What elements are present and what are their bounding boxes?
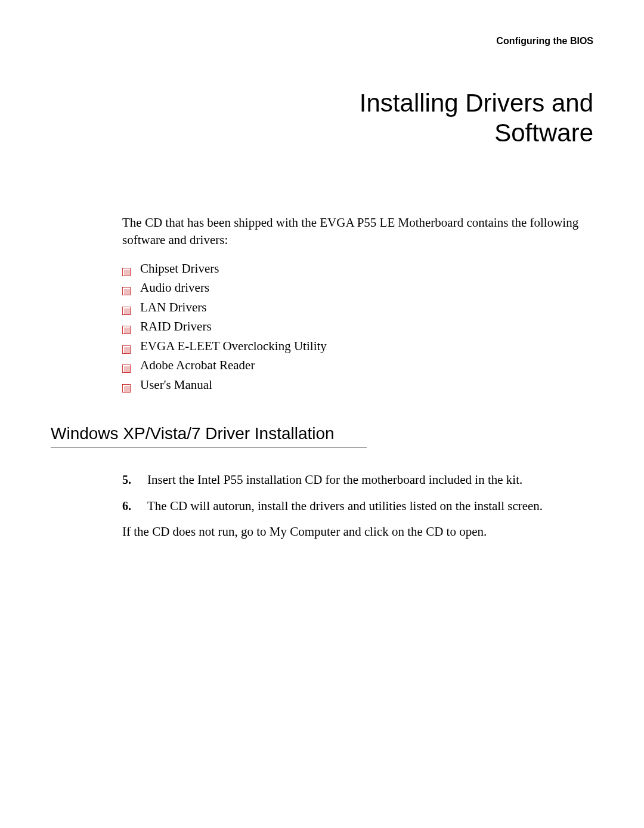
title-line-2: Software bbox=[494, 119, 593, 147]
list-item: Adobe Acrobat Reader bbox=[122, 356, 593, 375]
software-bullet-list: Chipset Drivers Audio drivers LAN Driver… bbox=[122, 259, 593, 395]
list-item: 5. Insert the Intel P55 installation CD … bbox=[122, 471, 593, 489]
svg-rect-3 bbox=[124, 289, 131, 295]
intro-paragraph: The CD that has been shipped with the EV… bbox=[122, 214, 593, 249]
list-item: LAN Drivers bbox=[122, 298, 593, 317]
list-item: 6. The CD will autorun, install the driv… bbox=[122, 498, 593, 515]
list-item-label: Adobe Acrobat Reader bbox=[140, 358, 255, 372]
header-breadcrumb: Configuring the BIOS bbox=[51, 36, 593, 47]
bullet-icon bbox=[122, 340, 131, 348]
svg-rect-7 bbox=[124, 328, 131, 334]
install-steps-list: 5. Insert the Intel P55 installation CD … bbox=[122, 471, 593, 515]
bullet-icon bbox=[122, 282, 131, 290]
bullet-icon bbox=[122, 379, 131, 387]
bullet-icon bbox=[122, 301, 131, 310]
title-line-1: Installing Drivers and bbox=[360, 89, 593, 117]
svg-rect-11 bbox=[124, 366, 131, 373]
page-title: Installing Drivers and Software bbox=[51, 88, 593, 149]
step-text: The CD will autorun, install the drivers… bbox=[147, 499, 543, 513]
list-item: RAID Drivers bbox=[122, 317, 593, 336]
page-container: Configuring the BIOS Installing Drivers … bbox=[0, 0, 644, 577]
list-item-label: EVGA E-LEET Overclocking Utility bbox=[140, 339, 327, 353]
list-item-label: RAID Drivers bbox=[140, 319, 212, 333]
closing-paragraph: If the CD does not run, go to My Compute… bbox=[122, 523, 593, 540]
list-item: User's Manual bbox=[122, 375, 593, 395]
list-item-label: Audio drivers bbox=[140, 280, 209, 295]
list-item-label: User's Manual bbox=[140, 378, 212, 392]
heading-divider bbox=[51, 447, 367, 447]
list-item: Chipset Drivers bbox=[122, 259, 593, 279]
bullet-icon bbox=[122, 320, 131, 329]
section-heading: Windows XP/Vista/7 Driver Installation bbox=[51, 424, 593, 443]
bullet-icon bbox=[122, 262, 131, 271]
svg-rect-1 bbox=[124, 270, 131, 276]
bullet-icon bbox=[122, 359, 131, 367]
svg-rect-9 bbox=[124, 347, 131, 354]
list-item-label: Chipset Drivers bbox=[140, 261, 219, 276]
svg-rect-5 bbox=[124, 308, 131, 315]
step-text: Insert the Intel P55 installation CD for… bbox=[147, 472, 522, 487]
step-number: 6. bbox=[122, 498, 131, 514]
svg-rect-13 bbox=[124, 386, 131, 393]
list-item-label: LAN Drivers bbox=[140, 300, 206, 314]
list-item: EVGA E-LEET Overclocking Utility bbox=[122, 336, 593, 356]
list-item: Audio drivers bbox=[122, 278, 593, 298]
step-number: 5. bbox=[122, 471, 131, 488]
